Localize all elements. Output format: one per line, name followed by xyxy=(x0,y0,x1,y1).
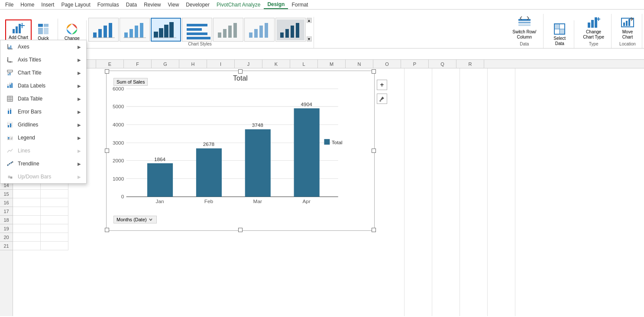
grid-cell-n[interactable] xyxy=(405,68,432,316)
chart-container[interactable]: + Sum of Sales Total 6000 5000 4000 3000 xyxy=(106,71,375,231)
cell-b18[interactable] xyxy=(13,216,41,224)
col-header-i[interactable]: I xyxy=(207,60,235,68)
cell-c15[interactable] xyxy=(41,190,68,198)
col-header-m[interactable]: M xyxy=(318,60,346,68)
menu-item-data-labels[interactable]: 1 2 3 Data Labels ▶ xyxy=(0,79,86,92)
switch-row-column-button[interactable]: Switch Row/Column xyxy=(509,15,540,41)
menu-item-axes[interactable]: Axes ▶ xyxy=(0,40,86,53)
resize-handle-bottom-right[interactable] xyxy=(372,228,376,232)
col-header-j[interactable]: J xyxy=(235,60,262,68)
cell-b15[interactable] xyxy=(13,190,41,198)
menu-item-error-bars[interactable]: Error Bars ▶ xyxy=(0,105,86,118)
menu-formulas[interactable]: Formulas xyxy=(94,1,123,9)
row-header-18[interactable]: 18 xyxy=(0,216,13,224)
svg-rect-57 xyxy=(623,23,625,26)
bar-jan[interactable] xyxy=(147,163,173,197)
col-header-g[interactable]: G xyxy=(152,60,179,68)
move-chart-button[interactable]: MoveChart xyxy=(617,15,638,41)
menu-item-legend[interactable]: Legend ▶ xyxy=(0,131,86,144)
cell-b16[interactable] xyxy=(13,198,41,207)
row-header-21[interactable]: 21 xyxy=(0,242,13,250)
row-header-20[interactable]: 20 xyxy=(0,233,13,242)
col-header-f[interactable]: F xyxy=(124,60,152,68)
col-header-p[interactable]: P xyxy=(401,60,429,68)
resize-handle-top[interactable] xyxy=(238,69,243,74)
menu-page-layout[interactable]: Page Layout xyxy=(58,1,94,9)
months-filter-button[interactable]: Months (Date) xyxy=(113,216,157,223)
svg-text:3000: 3000 xyxy=(113,140,124,146)
col-header-n[interactable]: N xyxy=(346,60,373,68)
chart-style-6[interactable] xyxy=(244,18,275,42)
row-header-15[interactable]: 15 xyxy=(0,190,13,198)
right-grid xyxy=(377,68,644,316)
resize-handle-left[interactable] xyxy=(105,149,109,153)
cell-c16[interactable] xyxy=(41,198,68,207)
menu-item-data-table[interactable]: Data Table ▶ xyxy=(0,92,86,105)
cell-c19[interactable] xyxy=(41,224,68,233)
menu-format[interactable]: Format xyxy=(288,1,311,9)
menu-home[interactable]: Home xyxy=(17,1,38,9)
chart-styles-scrollbar[interactable]: ▲ ▼ xyxy=(307,18,312,42)
chart-style-2[interactable] xyxy=(120,18,150,42)
col-header-r[interactable]: R xyxy=(456,60,484,68)
svg-rect-104 xyxy=(7,96,13,101)
table-row xyxy=(13,233,104,242)
row-header-17[interactable]: 17 xyxy=(0,207,13,216)
col-header-o[interactable]: O xyxy=(373,60,401,68)
axes-label: Axes xyxy=(18,44,29,50)
chart-style-4[interactable] xyxy=(182,18,212,42)
cell-b21[interactable] xyxy=(13,242,41,250)
col-header-h[interactable]: H xyxy=(179,60,207,68)
bar-mar[interactable] xyxy=(245,129,271,197)
col-header-k[interactable]: K xyxy=(262,60,290,68)
scroll-up-button[interactable]: ▲ xyxy=(307,18,312,23)
chart-style-3[interactable] xyxy=(151,18,181,42)
row-header-16[interactable]: 16 xyxy=(0,198,13,207)
grid-cell-q[interactable] xyxy=(488,68,515,316)
menu-view[interactable]: View xyxy=(165,1,183,9)
menu-design[interactable]: Design xyxy=(264,0,288,9)
chart-style-5[interactable] xyxy=(213,18,243,42)
bar-feb[interactable] xyxy=(196,149,222,197)
resize-handle-top-right[interactable] xyxy=(372,69,376,74)
menu-data[interactable]: Data xyxy=(123,1,140,9)
grid-cell-m[interactable] xyxy=(377,68,405,316)
bar-apr[interactable] xyxy=(294,108,320,197)
formula-input[interactable] xyxy=(39,51,642,57)
cell-c18[interactable] xyxy=(41,216,68,224)
select-data-button[interactable]: SelectData xyxy=(549,21,570,47)
menu-item-gridlines[interactable]: Gridlines ▶ xyxy=(0,118,86,131)
resize-handle-right[interactable] xyxy=(372,149,376,153)
menu-item-axis-titles[interactable]: A B Axis Titles ▶ xyxy=(0,53,86,66)
menu-file[interactable]: File xyxy=(2,1,17,9)
col-header-e[interactable]: E xyxy=(96,60,124,68)
menu-item-trendline[interactable]: Trendline ▶ xyxy=(0,157,86,170)
cell-c20[interactable] xyxy=(41,233,68,242)
menu-developer[interactable]: Developer xyxy=(182,1,213,9)
grid-cell-o[interactable] xyxy=(432,68,460,316)
cell-c21[interactable] xyxy=(41,242,68,250)
menu-pivotchart-analyze[interactable]: PivotChart Analyze xyxy=(213,1,264,9)
resize-handle-bottom-left[interactable] xyxy=(105,228,109,232)
axes-arrow: ▶ xyxy=(78,45,81,49)
row-header-19[interactable]: 19 xyxy=(0,224,13,233)
svg-rect-17 xyxy=(129,29,133,38)
menu-insert[interactable]: Insert xyxy=(38,1,58,9)
cell-b20[interactable] xyxy=(13,233,41,242)
menu-item-chart-title[interactable]: Chart Title ▶ xyxy=(0,66,86,79)
chart-style-7[interactable] xyxy=(275,18,306,42)
col-header-l[interactable]: L xyxy=(290,60,318,68)
cell-b17[interactable] xyxy=(13,207,41,216)
cell-c17[interactable] xyxy=(41,207,68,216)
resize-handle-top-left[interactable] xyxy=(105,69,109,74)
cell-b19[interactable] xyxy=(13,224,41,233)
chart-style-1[interactable] xyxy=(88,18,119,42)
col-header-q[interactable]: Q xyxy=(429,60,456,68)
chart-thumbs: ▲ ▼ xyxy=(88,18,312,42)
menu-review[interactable]: Review xyxy=(140,1,164,9)
resize-handle-bottom[interactable] xyxy=(238,228,243,232)
chart-styles-label: Chart Styles xyxy=(188,42,211,47)
grid-cell-p[interactable] xyxy=(460,68,488,316)
scroll-down-button[interactable]: ▼ xyxy=(307,36,312,42)
change-chart-type-button[interactable]: ChangeChart Type xyxy=(579,15,608,41)
